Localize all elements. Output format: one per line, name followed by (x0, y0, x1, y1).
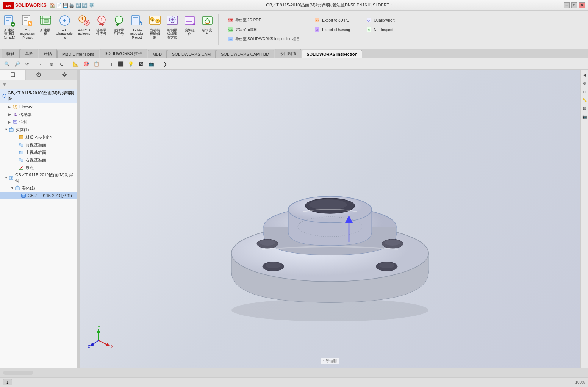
tree-item-history[interactable]: ▶ History (0, 103, 77, 111)
new-model-label: 新建模板 (40, 29, 50, 36)
select-part-button[interactable]: 1 选择零件序号 (110, 12, 128, 42)
options-icon[interactable]: ⚙️ (89, 3, 94, 8)
sheet-tab-1[interactable]: 1 (3, 379, 12, 385)
tree-item-part-item[interactable]: GB GB／T 9115-2010[凸面( (0, 192, 77, 199)
new-model-icon (39, 14, 52, 28)
new-inspection-button[interactable]: + 新建检查项目(amp;N) (1, 12, 18, 42)
export-sw-insp-button[interactable]: SW 导出至 SOLIDWORKS Inspection 项目 (224, 35, 304, 43)
restore-button[interactable]: □ (571, 2, 577, 8)
scene-button[interactable]: 🖼 (136, 60, 145, 69)
qa-new-icon[interactable]: 📄 (56, 3, 62, 8)
qa-undo-icon[interactable]: ↩️ (75, 3, 81, 8)
zoom-in2-button[interactable]: ⊕ (47, 60, 56, 69)
export-edrawing-button[interactable]: eD Export eDrawing (311, 25, 355, 34)
tab-drawing[interactable]: 草图 (20, 49, 38, 58)
auto-balloon-button[interactable]: 1 2 自动模板编辑器 (146, 12, 164, 42)
clipboard-button[interactable]: 📋 (92, 60, 101, 69)
rs-measure-button[interactable]: 📏 (581, 96, 588, 103)
add-edit-balloons-icon: 1 2 (77, 14, 91, 28)
measure-button[interactable]: 📐 (71, 60, 80, 69)
qa-save-icon[interactable]: 💾 (63, 3, 68, 8)
tree-item-top-plane[interactable]: 上视基准面 (0, 149, 77, 156)
remove-part-button[interactable]: 1 移除零件序号 (93, 12, 110, 42)
view-button[interactable]: 📺 (147, 60, 156, 69)
tree-item-solid2[interactable]: ▼ 实体(1) (0, 184, 77, 192)
export-sw-insp-label: 导出至 SOLIDWORKS Inspection 项目 (235, 36, 300, 42)
panel-tab-config[interactable] (52, 70, 77, 80)
svg-rect-77 (13, 120, 17, 123)
tree-item-front-plane[interactable]: 前视基准面 (0, 141, 77, 149)
qa-print-icon[interactable]: 🖨️ (69, 3, 75, 8)
edit-change-button[interactable]: 编辑变方 (199, 12, 216, 42)
export-2dpdf-button[interactable]: PDF 导出至 2D PDF (224, 16, 304, 24)
display-style2-button[interactable]: ⬛ (116, 60, 125, 69)
tree-item-origin[interactable]: 原点 (0, 164, 77, 171)
tree-item-solid1[interactable]: ▼ 实体(1) (0, 126, 77, 133)
tree-item-sensors[interactable]: ▶ 传感器 (0, 111, 77, 118)
add-edit-balloons-button[interactable]: 1 2 Add/EditBalloons (75, 12, 93, 42)
tab-sw-inspection[interactable]: SOLIDWORKS Inspection (302, 50, 362, 58)
update-inspection-icon (130, 14, 144, 28)
tab-feature[interactable]: 特征 (2, 49, 20, 58)
tab-sw-cam-tbm[interactable]: SOLIDWORKS CAM TBM (216, 50, 274, 58)
ribbon-inspection-group: + 新建检查项目(amp;N) ✎ EditInspectionProject (1, 12, 216, 47)
h-scrollbar[interactable] (3, 371, 33, 375)
zoom-out-button[interactable]: ⊖ (57, 60, 66, 69)
tab-mbd[interactable]: MBD (148, 50, 167, 58)
tree-root[interactable]: ⬡ GB／T 9115-2010[凸面(M)对焊钢制管 (0, 89, 77, 103)
expand-button[interactable]: ❯ (161, 60, 170, 69)
tab-sw-plugins[interactable]: SOLIDWORKS 插件 (100, 49, 147, 58)
svg-line-116 (99, 340, 110, 346)
qa-redo-icon[interactable]: ↪️ (82, 3, 88, 8)
edit-balloon-view-button[interactable]: 编辑模板编辑查方式 (164, 12, 181, 42)
svg-point-76 (15, 115, 16, 116)
add-characteristic-button[interactable]: + AddCharacteristic (54, 12, 75, 42)
left-panel: ▼ ⬡ GB／T 9115-2010[凸面(M)对焊钢制管 ▶ History (0, 70, 78, 368)
panel-tab-tree[interactable] (0, 70, 26, 80)
tree-item-right-plane[interactable]: 右视基准面 (0, 156, 77, 164)
net-inspect-button[interactable]: NI Net-Inspect (363, 25, 398, 34)
panel-tab-properties[interactable] (26, 70, 52, 80)
minimize-button[interactable]: ─ (564, 2, 570, 8)
tab-sw-cam[interactable]: SOLIDWORKS CAM (167, 50, 216, 58)
svg-rect-43 (185, 17, 195, 24)
rs-view-settings-button[interactable]: ⊕ (581, 80, 588, 86)
rs-camera-button[interactable]: 📷 (581, 113, 588, 120)
right-sidebar: ◀ ⊕ ◻ 📏 ⊞ 📷 (580, 70, 588, 368)
rs-expand-button[interactable]: ◀ (581, 71, 588, 78)
tab-today-manufacturing[interactable]: 今日制造 (275, 49, 301, 58)
3d-viewport[interactable]: X Y Z * 等轴测 (80, 70, 580, 368)
rs-section-button[interactable]: ⊞ (581, 105, 588, 111)
zoom-to-fit-button[interactable]: 🔍 (2, 60, 11, 69)
close-button[interactable]: ✕ (579, 2, 585, 8)
rs-display-button[interactable]: ◻ (581, 88, 588, 95)
update-inspection-button[interactable]: UpdateInspectionProject (128, 12, 146, 42)
pan-button[interactable]: ↔ (37, 60, 46, 69)
edit-op-button[interactable]: 编辑操作 (181, 12, 199, 42)
tree-item-material[interactable]: 材质 <未指定> (0, 133, 77, 141)
window-controls: ─ □ ✕ (564, 2, 585, 8)
sensors-expand-arrow: ▶ (8, 113, 12, 116)
axis-indicator: X Y Z (87, 325, 114, 353)
display-style1-button[interactable]: ◻ (106, 60, 115, 69)
lights-button[interactable]: 💡 (126, 60, 135, 69)
rotate-button[interactable]: ⟳ (23, 60, 32, 69)
edit-op-icon (183, 14, 197, 28)
tree-item-part-ref[interactable]: ▼ GB GB／T 9115-2010[凸面(M)对焊钢 (0, 171, 77, 184)
history-label: History (19, 105, 32, 109)
svg-rect-84 (19, 151, 23, 154)
auto-balloon-label: 自动模板编辑器 (150, 29, 160, 39)
export-edrawing-label: Export eDrawing (322, 28, 350, 32)
edit-inspection-button[interactable]: ✎ EditInspectionProject (18, 12, 37, 42)
target-button[interactable]: 🎯 (81, 60, 91, 69)
export-2dpdf-label: 导出至 2D PDF (235, 17, 261, 23)
qa-home-icon[interactable]: 🏠 (50, 3, 55, 8)
quality-xpert-button[interactable]: QX QualityXpert (363, 16, 398, 24)
tab-mbd-dimensions[interactable]: MBD Dimensions (57, 50, 99, 58)
tab-evaluate[interactable]: 评估 (39, 49, 57, 58)
zoom-in-button[interactable]: 🔎 (13, 60, 22, 69)
export-excel-button[interactable]: XLS 导出至 Excel (224, 25, 304, 34)
tree-item-annotations[interactable]: ▶ 注解 (0, 118, 77, 126)
new-model-button[interactable]: 新建模板 (37, 12, 54, 42)
export-3dpdf-button[interactable]: 3D Export to 3D PDF (311, 16, 355, 24)
